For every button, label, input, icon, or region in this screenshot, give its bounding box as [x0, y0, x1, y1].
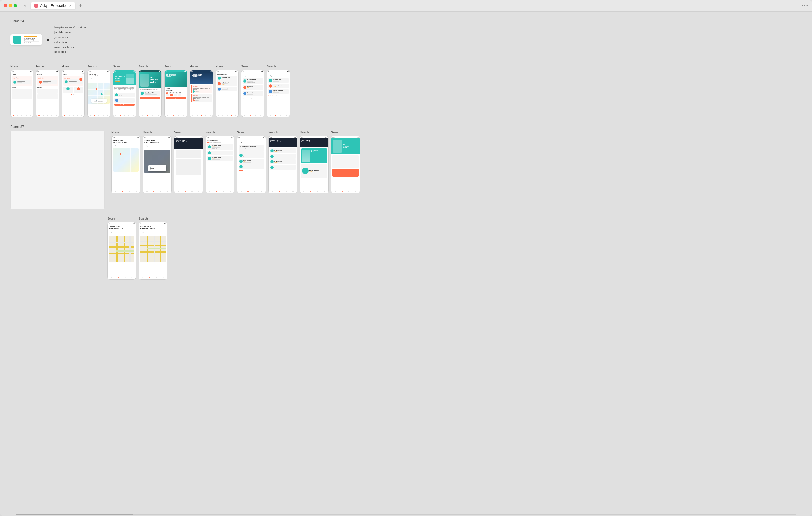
row2-label-7: Search	[331, 131, 360, 134]
phone-row2-theresa-big: 9:41●●● Search YourPreferred Doctor	[300, 136, 328, 193]
phone-row-2b: Search 9:41●●● Search YourPreferred Doct…	[107, 217, 802, 280]
phone-row2-cutoff: 9:41●● dr. Theresa Webb	[331, 136, 360, 193]
row2-label-6: Search	[300, 131, 328, 134]
frame24-area: Frame 24 dr. Art Lesmana Spesialis Jantu…	[10, 19, 802, 54]
canvas-content: Frame 24 dr. Art Lesmana Spesialis Jantu…	[10, 19, 802, 280]
scrollbar-thumb[interactable]	[16, 514, 133, 515]
tab-title: Vicky - Exploration	[39, 4, 67, 7]
row2-label-2: Search	[174, 131, 203, 134]
minimize-button[interactable]	[9, 4, 12, 7]
row2-label-5: Search	[268, 131, 297, 134]
row2-label-0: Home	[111, 131, 140, 134]
phone-row2-list-doctors: 9:41●●● List of Doctors Siloam Hospital …	[206, 136, 234, 193]
phone-search-list-2: 9:41●●● 🔍 dr. Theresa Webb ★★★★	[267, 70, 290, 117]
traffic-lights	[4, 4, 17, 7]
phone-row2-siloam: 9:41●●● 🔍 Siloam Hospital Surabaya Neare…	[237, 136, 266, 193]
title-bar: ⌂ Vicky - Exploration ✕ + •••	[0, 0, 812, 11]
row2-label-4: Search	[237, 131, 266, 134]
phone-community-forum: 9:41●●● Community Forum COVID-19 How lon…	[190, 70, 213, 117]
row1-label-7: Home	[190, 65, 213, 68]
phone-search-theresa: 9:41●●● dr. Theresa Webb Specialist ★★★★…	[113, 70, 136, 117]
phone-search-theresa-dark: 9:41●●● dr. Theresa Webb ★★★★★	[139, 70, 162, 117]
row2b-label-1: Search	[139, 217, 167, 220]
phone-row2-preferred: 9:41●●● Search YourPreferred Doctor dr. …	[268, 136, 297, 193]
close-button[interactable]	[4, 4, 7, 7]
row1-label-10: Search	[267, 65, 290, 68]
phone-home-1: 9:41●●● Home Mon, July 25th 2022 10:30 -…	[10, 70, 33, 117]
phone-home-2: 9:41●●● Home Mon, July 25th 2022 10:30 -…	[36, 70, 59, 117]
phone-row2b-yellowmap-1: 9:41●●● Search YourPreferred Doctor 🔍	[107, 222, 136, 280]
new-tab-button[interactable]: +	[77, 2, 84, 9]
row1-label-0: Home	[10, 65, 33, 68]
frame24-label: Frame 24	[10, 19, 802, 23]
row2b-label-0: Search	[107, 217, 136, 220]
frame24-card: dr. Art Lesmana Spesialis Jantung 10:30 …	[10, 34, 42, 45]
phone-row2-search-plain: 9:41●●● Search YourPreferred Doctor	[174, 136, 203, 193]
row2-label-3: Search	[206, 131, 234, 134]
phone-row2b-yellowmap-2: 9:41●●● Search YourPreferred Doctor 🔍	[139, 222, 167, 280]
row2-label-1: Search	[143, 131, 172, 134]
phone-search-map-1: 9:41●●● Search YourPreferred Doctor 🔍Sea…	[87, 70, 110, 117]
frame24-annotations: hospital name & location jumlah pasien y…	[54, 25, 86, 54]
row1-label-5: Search	[139, 65, 162, 68]
phone-row-1: Home 9:41●●● Home Mon, July 25th 2022 10…	[10, 65, 802, 117]
phone-consultation: 9:41●●● Consultation dr. Theresa Webb ★★…	[215, 70, 239, 117]
canvas-area[interactable]: Frame 24 dr. Art Lesmana Spesialis Jantu…	[0, 11, 812, 516]
row1-label-8: Home	[215, 65, 239, 68]
row1-label-4: Search	[113, 65, 136, 68]
phone-row2-search-dark: 9:41●●● Search YourPreferred Doctor 🔍 🏥 …	[143, 136, 172, 193]
frame24-indicator-dot	[47, 39, 49, 41]
frame87-placeholder	[10, 131, 105, 209]
horizontal-scrollbar[interactable]	[16, 514, 796, 515]
row1-label-6: Search	[164, 65, 187, 68]
row1-label-3: Search	[87, 65, 110, 68]
tab-bar: Vicky - Exploration ✕ +	[31, 2, 800, 9]
figma-icon	[34, 4, 38, 7]
row1-label-2: Home	[62, 65, 85, 68]
frame24-content: dr. Art Lesmana Spesialis Jantung 10:30 …	[10, 25, 802, 54]
frame87-label: Frame 87	[10, 125, 802, 129]
phone-search-list-1: 9:41●●● 🔍 dr. Theresa Webb ★★★★	[241, 70, 264, 117]
phone-home-3: 9:41●●● ••• Home Mon, July 25th 2022 10:…	[62, 70, 85, 117]
maximize-button[interactable]	[13, 4, 17, 7]
phone-select-schedule: 9:41●●● dr. Theresa Webb SelectSchedule …	[164, 70, 187, 117]
tab-close-button[interactable]: ✕	[69, 4, 72, 7]
tab-vicky-exploration[interactable]: Vicky - Exploration ✕	[31, 2, 75, 9]
phone-row2-home: 9:41●●● Search YourPreferred Doctor 🔍	[111, 136, 140, 193]
home-button[interactable]: ⌂	[21, 2, 29, 9]
row1-label-9: Search	[241, 65, 264, 68]
browser-window: ⌂ Vicky - Exploration ✕ + ••• Frame 24	[0, 0, 812, 516]
row1-label-1: Home	[36, 65, 59, 68]
more-options-button[interactable]: •••	[802, 3, 808, 8]
phone-row-2: Home 9:41●●● Search YourPreferred Doctor…	[10, 131, 802, 209]
